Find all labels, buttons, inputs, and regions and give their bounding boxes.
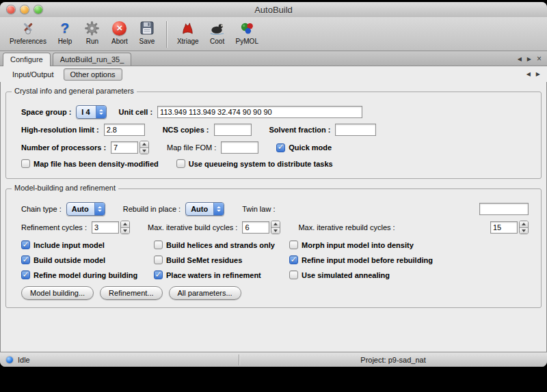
toolbar-label: PyMOL	[236, 38, 258, 45]
model-building-button[interactable]: Model building...	[21, 286, 94, 300]
dropdown-arrows-icon	[96, 106, 106, 118]
toolbar-button-run[interactable]: Run	[79, 18, 105, 46]
checkbox-icon: ✓	[289, 240, 298, 249]
refinement-cycles-label: Refinement cycles :	[21, 223, 87, 232]
all-parameters-button[interactable]: All parameters...	[169, 286, 241, 300]
check-icon: ✓	[290, 255, 297, 264]
toolbar-button-help[interactable]: ? Help	[52, 18, 78, 46]
stepper-down-icon[interactable]	[140, 148, 148, 154]
checkbox-build-helices-strands[interactable]: ✓ Build helices and strands only	[154, 240, 284, 249]
stepper-up-icon[interactable]	[271, 221, 280, 228]
title-bar[interactable]: AutoBuild	[0, 2, 547, 17]
chain-type-dropdown[interactable]: Auto	[66, 202, 105, 216]
toolbar-label: Xtriage	[177, 38, 199, 45]
checkbox-quick-mode[interactable]: ✓ Quick mode	[276, 143, 332, 152]
chain-type-label: Chain type :	[21, 205, 62, 213]
toolbar-button-pymol[interactable]: PyMOL	[232, 18, 263, 46]
stepper-up-icon[interactable]	[121, 221, 129, 228]
subtab-nav-controls: ◀ ▶	[526, 71, 540, 77]
checkbox-refine-during-building[interactable]: ✓ Refine model during building	[21, 270, 148, 279]
refinement-button[interactable]: Refinement...	[100, 286, 162, 300]
subtab-input-output[interactable]: Input/Output	[5, 68, 61, 81]
tab-back-icon[interactable]: ◀	[518, 56, 522, 62]
tab-forward-icon[interactable]: ▶	[527, 56, 531, 62]
num-processors-input[interactable]	[111, 141, 138, 154]
checkbox-label: Refine model during building	[34, 271, 137, 279]
toolbar-button-abort[interactable]: × Abort	[107, 18, 133, 46]
checkbox-morph-input-model[interactable]: ✓ Morph input model into density	[289, 240, 534, 249]
checkbox-icon: ✓	[154, 270, 163, 279]
sub-tab-bar: Input/Output Other options ◀ ▶	[0, 66, 547, 82]
checkbox-build-outside-model[interactable]: ✓ Build outside model	[21, 255, 148, 264]
build-cycles-input[interactable]	[242, 221, 269, 234]
checkbox-simulated-annealing[interactable]: ✓ Use simulated annealing	[289, 270, 534, 279]
window-title: AutoBuild	[0, 5, 547, 15]
subtab-other-options[interactable]: Other options	[64, 68, 122, 81]
unit-cell-input[interactable]	[157, 106, 362, 118]
refinement-cycles-stepper[interactable]	[120, 221, 130, 234]
ncs-copies-label: NCS copies :	[163, 126, 209, 134]
twin-law-input[interactable]	[479, 203, 529, 215]
zoom-window-button[interactable]	[34, 5, 42, 14]
toolbar-label: Run	[86, 38, 98, 45]
rebuild-cycles-label: Max. iterative rebuild cycles :	[298, 223, 395, 232]
checkbox-icon: ✓	[21, 270, 30, 279]
checkbox-label: Build helices and strands only	[166, 241, 275, 249]
checkbox-include-input-model[interactable]: ✓ Include input model	[21, 240, 148, 249]
build-cycles-label: Max. iterative build cycles :	[148, 223, 237, 232]
minimize-window-button[interactable]	[21, 5, 29, 14]
checkbox-label: Build outside model	[34, 256, 105, 264]
high-res-label: High-resolution limit :	[21, 126, 99, 134]
checkbox-label: Include input model	[34, 241, 105, 249]
toolbar-button-xtriage[interactable]: Xtriage	[173, 18, 203, 46]
stepper-up-icon[interactable]	[140, 141, 148, 148]
checkbox-place-waters[interactable]: ✓ Place waters in refinement	[154, 270, 284, 279]
toolbar-button-preferences[interactable]: Preferences	[5, 18, 51, 46]
solvent-fraction-input[interactable]	[335, 124, 376, 136]
autobuild-window: AutoBuild Preferences ? Help	[0, 2, 547, 367]
stepper-up-icon[interactable]	[520, 221, 528, 228]
space-group-dropdown[interactable]: I 4	[76, 105, 106, 119]
high-res-input[interactable]	[104, 124, 145, 136]
status-bar: Idle Project: p9-sad_nat	[0, 352, 547, 367]
rebuild-in-place-dropdown[interactable]: Auto	[185, 202, 224, 216]
checkbox-density-modified[interactable]: ✓ Map file has been density-modified	[21, 159, 159, 168]
toolbar-button-coot[interactable]: Coot	[204, 18, 230, 46]
check-icon: ✓	[278, 143, 284, 151]
stepper-down-icon[interactable]	[520, 228, 528, 234]
crystal-info-group: Crystal info and general parameters Spac…	[5, 92, 542, 179]
ncs-copies-input[interactable]	[214, 124, 252, 136]
subtab-forward-icon[interactable]: ▶	[536, 71, 540, 77]
stepper-down-icon[interactable]	[121, 228, 129, 234]
num-processors-stepper[interactable]	[139, 141, 149, 154]
toolbar-button-save[interactable]: Save	[134, 18, 160, 46]
tab-close-icon[interactable]: ×	[537, 55, 542, 63]
check-icon: ✓	[155, 270, 161, 279]
checkbox-refine-before-rebuilding[interactable]: ✓ Refine input model before rebuilding	[289, 255, 534, 264]
checkbox-build-semet[interactable]: ✓ Build SeMet residues	[154, 255, 284, 264]
checkbox-icon: ✓	[21, 255, 30, 264]
toolbar: Preferences ? Help	[0, 17, 547, 51]
tab-configure[interactable]: Configure	[3, 53, 51, 66]
checkbox-icon: ✓	[176, 159, 185, 168]
subtab-back-icon[interactable]: ◀	[526, 71, 531, 77]
options-panel: Crystal info and general parameters Spac…	[0, 82, 547, 308]
solvent-fraction-label: Solvent fraction :	[269, 126, 331, 134]
checkbox-icon: ✓	[21, 159, 30, 168]
build-cycles-stepper[interactable]	[271, 221, 280, 234]
checkbox-label: Map file has been density-modified	[34, 160, 159, 168]
checkbox-queueing-system[interactable]: ✓ Use queueing system to distribute task…	[176, 159, 333, 168]
rebuild-cycles-stepper[interactable]	[519, 221, 529, 234]
tab-autobuild-run-35[interactable]: AutoBuild_run_35_	[53, 53, 132, 66]
close-window-button[interactable]	[7, 5, 15, 14]
rebuild-cycles-input[interactable]	[490, 221, 518, 234]
subtab-label: Other options	[70, 70, 116, 79]
form-row: High-resolution limit : NCS copies : Sol…	[21, 124, 534, 136]
stepper-down-icon[interactable]	[271, 228, 280, 234]
checkbox-label: Refine input model before rebuilding	[302, 256, 433, 264]
project-status: Project: p9-sad_nat	[239, 356, 547, 364]
checkbox-icon: ✓	[154, 240, 163, 249]
checkbox-label: Use queueing system to distribute tasks	[189, 160, 333, 168]
refinement-cycles-input[interactable]	[92, 221, 119, 234]
map-file-fom-input[interactable]	[221, 141, 258, 154]
